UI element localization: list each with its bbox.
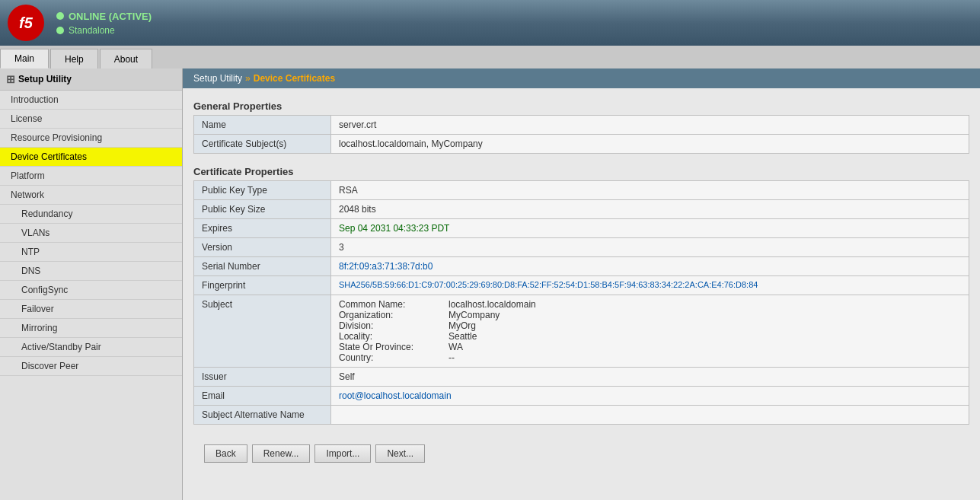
serial-number-label: Serial Number [194, 257, 331, 276]
table-row: Fingerprint SHA256/5B:59:66:D1:C9:07:00:… [194, 276, 969, 295]
sidebar-item-network[interactable]: Network [0, 186, 182, 205]
cert-subject-value: localhost.localdomain, MyCompany [331, 135, 969, 154]
expires-value: Sep 04 2031 04:33:23 PDT [331, 219, 969, 238]
tab-help[interactable]: Help [50, 49, 98, 68]
sidebar-item-device-certificates[interactable]: Device Certificates [0, 148, 182, 167]
general-properties-table: Name server.crt Certificate Subject(s) l… [193, 115, 969, 154]
mode-label: Standalone [69, 25, 115, 36]
locality-value: Seattle [449, 331, 961, 342]
subject-grid: Common Name: localhost.localdomain Organ… [339, 299, 961, 363]
public-key-size-value: 2048 bits [331, 200, 969, 219]
cert-properties-title: Certificate Properties [193, 166, 969, 177]
table-row: Expires Sep 04 2031 04:33:23 PDT [194, 219, 969, 238]
sidebar-item-ntp[interactable]: NTP [0, 243, 182, 262]
name-value: server.crt [331, 116, 969, 135]
sidebar-item-introduction[interactable]: Introduction [0, 91, 182, 110]
nav-tabs: Main Help About [0, 46, 980, 68]
table-row: Version 3 [194, 238, 969, 257]
sidebar-item-resource-provisioning[interactable]: Resource Provisioning [0, 129, 182, 148]
status-dot2 [56, 27, 64, 34]
sidebar-item-dns[interactable]: DNS [0, 262, 182, 281]
sidebar-item-active-standby-pair[interactable]: Active/Standby Pair [0, 338, 182, 357]
version-value: 3 [331, 238, 969, 257]
table-row: Public Key Size 2048 bits [194, 200, 969, 219]
name-label: Name [194, 116, 331, 135]
back-button[interactable]: Back [204, 444, 247, 463]
cert-properties-table: Public Key Type RSA Public Key Size 2048… [193, 180, 969, 425]
table-row: Email root@localhost.localdomain [194, 387, 969, 406]
division-value: MyOrg [449, 320, 961, 331]
f5-logo: f5 [8, 5, 44, 41]
state-value: WA [449, 342, 961, 352]
sidebar-item-license[interactable]: License [0, 110, 182, 129]
header: f5 ONLINE (ACTIVE) Standalone [0, 0, 980, 46]
table-row: Subject Alternative Name [194, 406, 969, 425]
public-key-size-label: Public Key Size [194, 200, 331, 219]
general-properties-title: General Properties [193, 100, 969, 112]
sidebar-title: ⊞ Setup Utility [0, 68, 182, 91]
public-key-type-label: Public Key Type [194, 181, 331, 200]
common-name-value: localhost.localdomain [449, 299, 961, 310]
table-row: Public Key Type RSA [194, 181, 969, 200]
email-label: Email [194, 387, 331, 406]
sidebar-item-redundancy[interactable]: Redundancy [0, 205, 182, 224]
tab-about[interactable]: About [100, 49, 152, 68]
issuer-value: Self [331, 368, 969, 387]
main-layout: ⊞ Setup Utility Introduction License Res… [0, 68, 980, 500]
country-label: Country: [339, 352, 445, 363]
sidebar-item-discover-peer[interactable]: Discover Peer [0, 357, 182, 376]
setup-icon: ⊞ [6, 73, 15, 85]
sidebar-item-platform[interactable]: Platform [0, 167, 182, 186]
renew-button[interactable]: Renew... [252, 444, 311, 463]
table-row: Name server.crt [194, 116, 969, 135]
content-area: Setup Utility » Device Certificates Gene… [183, 68, 980, 500]
sidebar-item-failover[interactable]: Failover [0, 300, 182, 319]
organization-label: Organization: [339, 310, 445, 320]
button-bar: Back Renew... Import... Next... [193, 437, 969, 470]
serial-number-value: 8f:2f:09:a3:71:38:7d:b0 [331, 257, 969, 276]
content-body: General Properties Name server.crt Certi… [183, 88, 980, 482]
email-value: root@localhost.localdomain [331, 387, 969, 406]
status-label: ONLINE (ACTIVE) [69, 11, 152, 22]
state-label: State Or Province: [339, 342, 445, 352]
status-online: ONLINE (ACTIVE) [56, 11, 152, 22]
subject-label: Subject [194, 295, 331, 368]
status-dot [56, 12, 64, 20]
common-name-label: Common Name: [339, 299, 445, 310]
fingerprint-label: Fingerprint [194, 276, 331, 295]
version-label: Version [194, 238, 331, 257]
sidebar: ⊞ Setup Utility Introduction License Res… [0, 68, 183, 500]
import-button[interactable]: Import... [314, 444, 371, 463]
fingerprint-value: SHA256/5B:59:66:D1:C9:07:00:25:29:69:80:… [331, 276, 969, 295]
locality-label: Locality: [339, 331, 445, 342]
country-value: -- [449, 352, 961, 363]
san-label: Subject Alternative Name [194, 406, 331, 425]
table-row: Subject Common Name: localhost.localdoma… [194, 295, 969, 368]
subject-value: Common Name: localhost.localdomain Organ… [331, 295, 969, 368]
table-row: Certificate Subject(s) localhost.localdo… [194, 135, 969, 154]
breadcrumb: Setup Utility » Device Certificates [183, 68, 980, 88]
sidebar-item-mirroring[interactable]: Mirroring [0, 319, 182, 338]
tab-main[interactable]: Main [0, 49, 49, 68]
issuer-label: Issuer [194, 368, 331, 387]
sidebar-item-vlans[interactable]: VLANs [0, 224, 182, 243]
next-button[interactable]: Next... [375, 444, 425, 463]
division-label: Division: [339, 320, 445, 331]
status-standalone: Standalone [56, 25, 152, 36]
sidebar-title-label: Setup Utility [18, 74, 72, 84]
breadcrumb-current: Device Certificates [254, 73, 335, 84]
breadcrumb-root: Setup Utility [193, 73, 242, 84]
san-value [331, 406, 969, 425]
status-area: ONLINE (ACTIVE) Standalone [56, 11, 152, 36]
cert-subject-label: Certificate Subject(s) [194, 135, 331, 154]
expires-label: Expires [194, 219, 331, 238]
sidebar-item-configsync[interactable]: ConfigSync [0, 281, 182, 300]
breadcrumb-arrow: » [245, 73, 251, 84]
table-row: Issuer Self [194, 368, 969, 387]
table-row: Serial Number 8f:2f:09:a3:71:38:7d:b0 [194, 257, 969, 276]
organization-value: MyCompany [449, 310, 961, 320]
public-key-type-value: RSA [331, 181, 969, 200]
